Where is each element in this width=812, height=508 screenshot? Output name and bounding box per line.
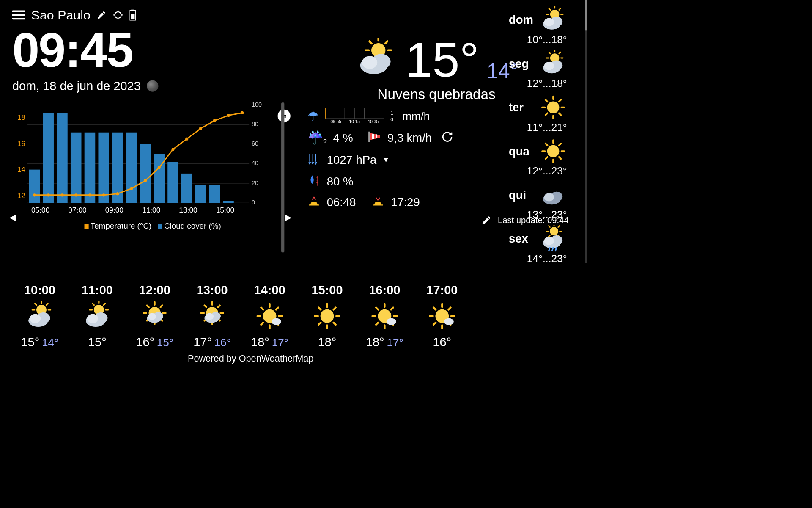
daily-range: 10°...18° <box>509 34 585 46</box>
svg-text:05:00: 05:00 <box>31 206 49 214</box>
svg-point-71 <box>116 192 119 195</box>
daily-item[interactable]: sex <box>509 225 585 252</box>
daily-item[interactable]: seg <box>509 50 585 77</box>
hour-weather-icon <box>197 301 228 331</box>
svg-rect-52 <box>154 154 165 203</box>
daily-forecast[interactable]: dom 10°...18°seg 12°...18°ter 11°...21°q… <box>509 6 585 267</box>
hour-item[interactable]: 15:00 18° <box>299 283 354 349</box>
pressure-value[interactable]: 1027 hPa <box>327 153 377 166</box>
daily-range: 12°...23° <box>509 165 585 177</box>
clock-date: dom, 18 de jun de 2023 <box>12 79 141 93</box>
svg-point-76 <box>185 138 188 141</box>
daily-range: 13°...23° <box>509 209 585 221</box>
svg-point-74 <box>158 166 161 169</box>
hour-item[interactable]: 13:00 17°16° <box>185 283 240 349</box>
svg-rect-50 <box>126 133 137 203</box>
hour-weather-icon <box>369 301 400 331</box>
svg-rect-44 <box>43 113 54 203</box>
svg-point-65 <box>33 193 36 196</box>
svg-point-68 <box>74 193 77 196</box>
hour-weather-icon <box>140 301 170 331</box>
svg-text:07:00: 07:00 <box>68 206 86 214</box>
daily-day: sex <box>509 232 533 245</box>
pop-value: 4 % <box>333 132 353 145</box>
hour-item[interactable]: 10:00 15°14° <box>12 283 67 349</box>
hour-item[interactable]: 16:00 18°17° <box>357 283 412 349</box>
hour-temp: 17°16° <box>193 335 231 349</box>
svg-rect-83 <box>372 134 374 139</box>
sunset-icon <box>371 195 385 210</box>
daily-scrollbar-thumb[interactable] <box>585 0 587 30</box>
daily-day: qui <box>509 188 533 202</box>
svg-point-73 <box>144 179 147 182</box>
humidity-icon <box>307 174 321 190</box>
svg-point-19 <box>115 12 121 18</box>
hour-time: 12:00 <box>139 283 170 297</box>
hour-temp: 16° <box>433 335 451 349</box>
svg-text:18: 18 <box>18 114 25 121</box>
chart-legend: Temperature (°C) Cloud cover (%) <box>12 221 289 231</box>
chart-next-button[interactable]: ▶ <box>285 212 292 222</box>
svg-rect-56 <box>209 185 220 203</box>
hourly-forecast[interactable]: 10:00 15°14°11:00 15°12:00 16°15°13:00 1… <box>12 283 502 349</box>
chart-scrollbar[interactable] <box>281 102 284 252</box>
daily-item[interactable]: qui <box>509 181 585 209</box>
daily-item[interactable]: ter <box>509 94 585 121</box>
edit-icon[interactable] <box>481 215 492 226</box>
hour-temp: 16°15° <box>136 335 173 349</box>
hour-item[interactable]: 14:00 18°17° <box>242 283 297 349</box>
locate-icon[interactable] <box>112 9 123 20</box>
hour-temp: 18°17° <box>366 335 403 349</box>
svg-point-79 <box>227 114 230 117</box>
hour-item[interactable]: 17:00 16° <box>414 283 469 349</box>
svg-text:12: 12 <box>18 192 25 199</box>
hour-item[interactable]: 11:00 15° <box>70 283 125 349</box>
svg-text:13:00: 13:00 <box>179 206 197 214</box>
svg-rect-48 <box>98 133 109 203</box>
daily-weather-icon <box>539 94 568 121</box>
hour-time: 13:00 <box>197 283 228 297</box>
forecast-chart[interactable]: 0204060801001214161805:0007:0009:0011:00… <box>12 99 263 218</box>
svg-rect-43 <box>29 170 40 203</box>
svg-text:40: 40 <box>252 160 258 166</box>
moon-phase-icon <box>147 80 158 91</box>
location-name[interactable]: Sao Paulo <box>31 8 91 22</box>
refresh-icon[interactable] <box>442 131 453 145</box>
hour-temp: 15° <box>88 335 107 349</box>
svg-point-78 <box>213 119 216 122</box>
svg-text:16: 16 <box>18 140 25 147</box>
hour-time: 17:00 <box>426 283 458 297</box>
svg-rect-55 <box>195 185 206 203</box>
menu-icon[interactable] <box>12 11 25 20</box>
dropdown-icon[interactable]: ▼ <box>383 156 390 164</box>
svg-rect-46 <box>71 133 82 203</box>
svg-rect-51 <box>140 144 151 203</box>
svg-rect-45 <box>57 113 68 203</box>
daily-scrollbar-track[interactable] <box>585 0 587 263</box>
daily-item[interactable]: dom <box>509 6 585 33</box>
hour-item[interactable]: 12:00 16°15° <box>127 283 182 349</box>
svg-point-66 <box>47 193 50 196</box>
hour-weather-icon <box>25 301 55 331</box>
hour-temp: 18°17° <box>251 335 288 349</box>
sunrise-value: 06:48 <box>327 196 356 209</box>
daily-weather-icon <box>539 138 568 165</box>
humidity-value: 80 % <box>327 175 354 188</box>
svg-text:60: 60 <box>252 140 258 147</box>
svg-rect-26 <box>131 14 134 19</box>
daily-item[interactable]: qua <box>509 138 585 165</box>
hour-weather-icon <box>82 301 112 331</box>
svg-text:0: 0 <box>252 199 255 206</box>
chart-prev-button[interactable]: ◀ <box>9 212 16 222</box>
svg-rect-57 <box>223 201 234 203</box>
svg-text:80: 80 <box>252 121 258 127</box>
windsock-icon <box>368 131 381 145</box>
pressure-icon <box>307 152 321 168</box>
clock-time: 09:45 <box>12 25 289 75</box>
svg-point-90 <box>374 202 381 207</box>
edit-location-icon[interactable] <box>96 10 106 20</box>
svg-text:09:00: 09:00 <box>105 206 123 214</box>
battery-icon <box>129 9 135 20</box>
daily-weather-icon <box>539 6 568 33</box>
svg-point-67 <box>60 193 63 196</box>
